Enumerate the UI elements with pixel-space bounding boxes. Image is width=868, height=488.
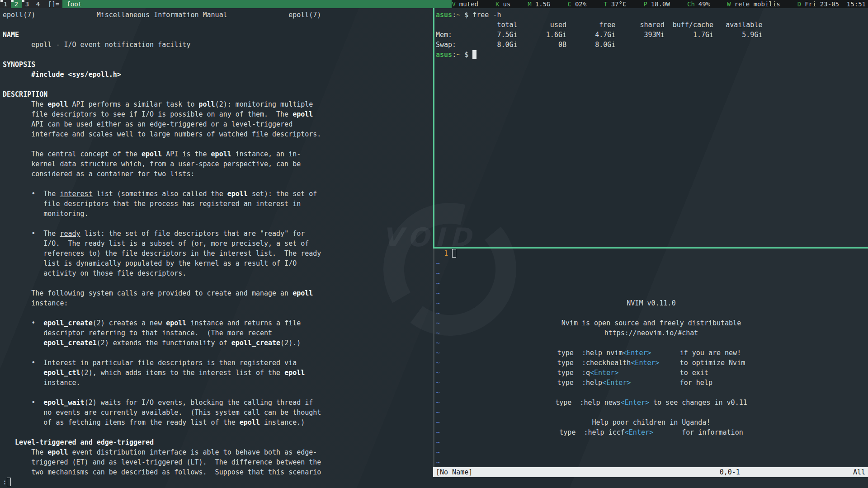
man-line <box>3 50 433 60</box>
nvim-intro-line: NVIM v0.11.0 <box>434 298 868 308</box>
status-key: Ch <box>687 0 695 8</box>
nvim-tilde: ~ <box>436 258 440 268</box>
man-line <box>3 80 433 89</box>
status-value: muted <box>459 0 478 8</box>
man-line <box>3 219 433 229</box>
nvim-statusline: [No Name] 0,0-1All <box>433 467 868 477</box>
man-line: #include <sys/epoll.h> <box>3 70 433 80</box>
man-line: The epoll event distribution interface i… <box>3 447 433 457</box>
nvim-pane[interactable]: 1 ~~~~~~~~~~~~~~~~~~~~~ NVIM v0.11.0Nvim… <box>434 249 868 467</box>
nvim-tilde: ~ <box>436 308 440 318</box>
nvim-intro-line: https://neovim.io/#chat <box>434 328 868 338</box>
focused-border-left <box>433 8 434 247</box>
man-page-text: epoll(7) Miscellaneous Information Manua… <box>3 10 433 477</box>
prompt-symbol: $ <box>460 51 472 59</box>
status-value: 18.0W <box>651 0 670 8</box>
man-line: descriptor referring to that instance. (… <box>3 328 433 338</box>
workspace-occupied-indicator <box>22 0 24 2</box>
terminal-scrollback: asus:~ $ free -h total used free shared … <box>436 10 868 50</box>
man-line: NAME <box>3 30 433 40</box>
terminal-output-line: Mem: 7.5Gi 1.6Gi 4.7Gi 393Mi 1.7Gi 5.9Gi <box>436 30 868 40</box>
man-line <box>3 278 433 288</box>
nvim-intro-help-block: type :help nvim<Enter> if you are new!ty… <box>557 348 745 388</box>
man-line: I/O. The ready list is a subset of (or, … <box>3 239 433 249</box>
nvim-line-1: 1 <box>436 249 456 258</box>
man-line <box>3 388 433 398</box>
nvim-intro-text: Help poor children in Uganda! <box>434 418 868 427</box>
nvim-intro-help-line: type :q<Enter> to exit <box>557 368 745 378</box>
nvim-intro-help-line: type :help nvim<Enter> if you are new! <box>557 348 745 358</box>
nvim-tilde: ~ <box>436 437 440 447</box>
workspace-label: 4 <box>36 0 40 8</box>
man-line: interface and scales well to large numbe… <box>3 129 433 139</box>
terminal-pane[interactable]: asus:~ $ free -h total used free shared … <box>434 8 868 247</box>
man-page-pane[interactable]: epoll(7) Miscellaneous Information Manua… <box>0 8 433 488</box>
status-modules: VmutedKusM1.5GC02%T37°CP18.0WCh49%Wrete … <box>452 0 868 8</box>
status-cpu: C02% <box>567 0 586 8</box>
nvim-tilde: ~ <box>436 408 440 418</box>
workspace-button-1[interactable]: 1 <box>0 0 11 8</box>
man-line: epoll(7) Miscellaneous Information Manua… <box>3 10 433 20</box>
man-line: kernel data structure which, from a user… <box>3 159 433 169</box>
status-value: 37°C <box>611 0 627 8</box>
man-line: SYNOPSIS <box>3 60 433 70</box>
status-value: rete mobilis <box>735 0 780 8</box>
status-date: DFri 23-05 15:51 <box>797 0 866 8</box>
terminal-prompt-line: asus:~ $ <box>436 50 868 60</box>
man-line: epoll_create1(2) extends the functionali… <box>3 338 433 348</box>
layout-indicator: []= <box>43 0 62 8</box>
man-line: monitoring. <box>3 209 433 219</box>
nvim-tilde: ~ <box>436 447 440 457</box>
man-line: file descriptors that the process has re… <box>3 199 433 209</box>
nvim-intro-line: Help poor children in Uganda! <box>434 418 868 427</box>
terminal-output-line: Swap: 8.0Gi 0B 8.0Gi <box>436 40 868 50</box>
nvim-intro-text: type :help news<Enter> to see changes in… <box>434 398 868 408</box>
pager-cursor <box>7 478 11 486</box>
status-key: T <box>604 0 607 8</box>
status-value: us <box>503 0 510 8</box>
workspace-occupied-indicator <box>11 0 14 2</box>
status-keyboard: Kus <box>495 0 510 8</box>
nvim-tilde: ~ <box>436 278 440 288</box>
man-line: • epoll_wait(2) waits for I/O events, bl… <box>3 398 433 408</box>
workspace-button-4[interactable]: 4 <box>33 0 43 8</box>
status-key: K <box>495 0 499 8</box>
nvim-tilde: ~ <box>436 388 440 398</box>
workspace-label: 3 <box>25 0 29 8</box>
status-key: P <box>643 0 647 8</box>
man-line: epoll_ctl(2), which adds items to the in… <box>3 368 433 378</box>
nvim-tilde: ~ <box>436 288 440 298</box>
man-line <box>3 348 433 358</box>
prompt-path: ~ <box>456 51 460 59</box>
man-line: activity on those file descriptors. <box>3 268 433 278</box>
terminal-command-line: asus:~ $ free -h <box>436 10 868 20</box>
prompt-user: asus <box>436 51 452 59</box>
man-line: triggered (ET) and as level-triggered (L… <box>3 457 433 467</box>
workspace-button-2[interactable]: 2 <box>11 0 22 8</box>
status-memory: M1.5G <box>528 0 550 8</box>
buffer-name: [No Name] <box>436 467 472 477</box>
status-value: Fri 23-05 15:51 <box>805 0 866 8</box>
nvim-tilde: ~ <box>436 268 440 278</box>
man-line: epoll - I/O event notification facility <box>3 40 433 50</box>
nvim-cursor <box>452 249 456 258</box>
status-key: D <box>797 0 801 8</box>
status-battery: Ch49% <box>687 0 710 8</box>
man-line: of as fetching items from the ready list… <box>3 418 433 427</box>
man-line <box>3 179 433 189</box>
man-line: • The ready list: the set of file descri… <box>3 229 433 239</box>
man-line: The following system calls are provided … <box>3 288 433 298</box>
man-line: instance: <box>3 298 433 308</box>
status-key: W <box>727 0 731 8</box>
man-line: The epoll API performs a similar task to… <box>3 99 433 109</box>
man-line: API can be used either as an edge-trigge… <box>3 119 433 129</box>
man-line: references to) the file descriptors in t… <box>3 249 433 258</box>
cursor-position: 0,0-1 <box>720 467 740 477</box>
nvim-intro-text: https://neovim.io/#chat <box>434 328 868 338</box>
status-wifi: Wrete mobilis <box>727 0 780 8</box>
workspace-button-3[interactable]: 3 <box>22 0 33 8</box>
focused-border-bottom <box>433 247 868 249</box>
nvim-intro-help-line: type :help<Enter> for help <box>557 378 745 388</box>
man-line: file descriptors to see if I/O is possib… <box>3 109 433 119</box>
unfocused-border-left <box>433 249 434 467</box>
